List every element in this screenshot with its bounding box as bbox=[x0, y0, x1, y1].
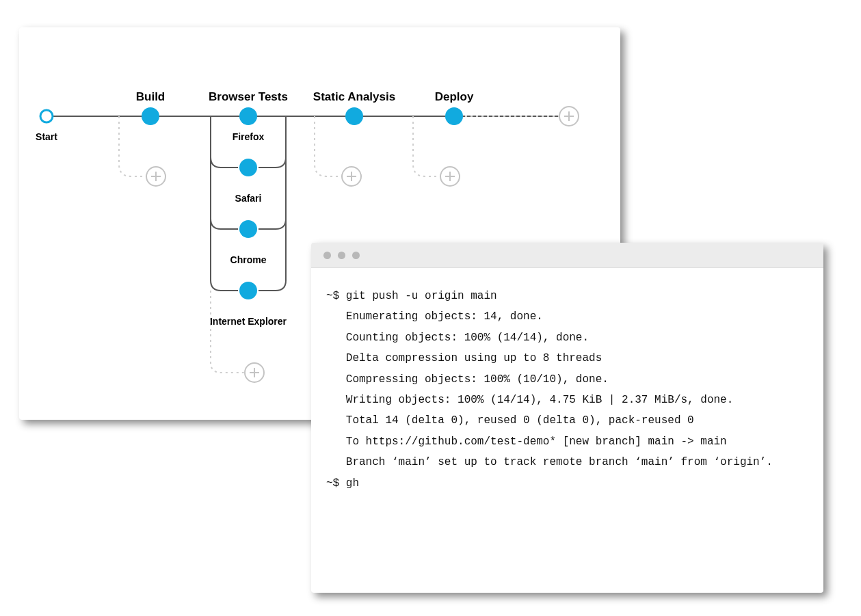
terminal-output-line: Writing objects: 100% (14/14), 4.75 KiB … bbox=[326, 390, 808, 410]
terminal-panel: ~$ git push -u origin main Enumerating o… bbox=[311, 243, 823, 593]
terminal-output-line: Delta compression using up to 8 threads bbox=[326, 348, 808, 369]
svg-point-2 bbox=[40, 110, 53, 122]
terminal-output-line: Counting objects: 100% (14/14), done. bbox=[326, 327, 808, 348]
svg-point-9 bbox=[239, 282, 257, 299]
svg-point-6 bbox=[445, 107, 463, 125]
terminal-output-line: Compressing objects: 100% (10/10), done. bbox=[326, 369, 808, 390]
start-label: Start bbox=[36, 131, 57, 142]
add-parallel-static-button[interactable] bbox=[341, 166, 362, 187]
stage-label-deploy[interactable]: Deploy bbox=[435, 90, 474, 104]
add-parallel-build-button[interactable] bbox=[146, 166, 166, 187]
stage-label-static-analysis[interactable]: Static Analysis bbox=[313, 90, 395, 104]
svg-point-4 bbox=[239, 107, 257, 125]
window-dot-icon bbox=[338, 252, 345, 259]
add-parallel-browser-button[interactable] bbox=[244, 362, 265, 383]
svg-point-7 bbox=[239, 159, 257, 176]
terminal-output-line: To https://github.com/test-demo* [new br… bbox=[326, 431, 808, 452]
stage-label-build[interactable]: Build bbox=[136, 90, 165, 104]
terminal-body[interactable]: ~$ git push -u origin main Enumerating o… bbox=[311, 268, 823, 509]
window-dot-icon bbox=[323, 252, 331, 259]
svg-point-3 bbox=[142, 107, 159, 125]
canvas: Build Browser Tests Static Analysis Depl… bbox=[0, 0, 861, 616]
svg-point-5 bbox=[345, 107, 363, 125]
add-parallel-deploy-button[interactable] bbox=[440, 166, 460, 187]
terminal-command-line: ~$ gh bbox=[326, 473, 808, 494]
window-dot-icon bbox=[352, 252, 360, 259]
browser-node-firefox[interactable]: Firefox bbox=[233, 131, 265, 142]
browser-node-ie[interactable]: Internet Explorer bbox=[210, 316, 287, 327]
browser-node-safari[interactable]: Safari bbox=[235, 193, 262, 204]
terminal-output-line: Branch ‘main’ set up to track remote bra… bbox=[326, 452, 808, 472]
terminal-output-line: Total 14 (delta 0), reused 0 (delta 0), … bbox=[326, 410, 808, 431]
add-stage-button[interactable] bbox=[559, 106, 579, 126]
terminal-titlebar bbox=[311, 243, 823, 268]
svg-point-8 bbox=[239, 220, 257, 238]
browser-node-chrome[interactable]: Chrome bbox=[230, 254, 267, 265]
terminal-output-line: Enumerating objects: 14, done. bbox=[326, 306, 808, 327]
stage-label-browser-tests[interactable]: Browser Tests bbox=[209, 90, 288, 104]
terminal-command-line: ~$ git push -u origin main bbox=[326, 286, 808, 306]
